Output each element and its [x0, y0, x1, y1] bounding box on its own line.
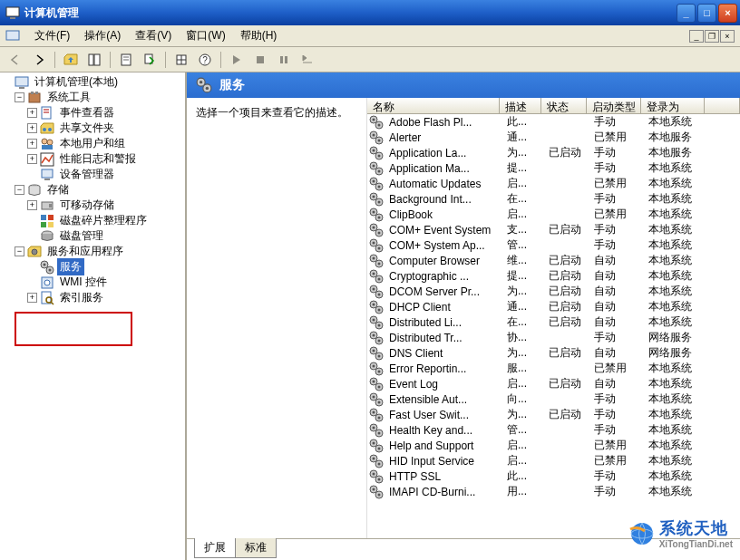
service-row[interactable]: Application La...为...已启动手动本地服务 [367, 145, 740, 160]
menu-view[interactable]: 查看(V) [128, 26, 179, 45]
service-row[interactable]: DCOM Server Pr...为...已启动自动本地系统 [367, 284, 740, 299]
cell-start: 手动 [589, 160, 643, 176]
tree-item[interactable]: +本地用户和组 [2, 136, 183, 151]
cell-desc: 启... [501, 176, 543, 191]
export-button[interactable] [140, 50, 160, 70]
service-row[interactable]: COM+ Event System支...已启动手动本地系统 [367, 222, 740, 237]
service-row[interactable]: DNS Client为...已启动自动网络服务 [367, 345, 740, 361]
tree-expander[interactable]: + [27, 200, 37, 210]
service-row[interactable]: DHCP Client通...已启动自动本地系统 [367, 299, 740, 314]
maximize-button[interactable]: □ [697, 4, 716, 23]
service-row[interactable]: Event Log启...已启动自动本地系统 [367, 376, 740, 391]
service-row[interactable]: HTTP SSL此...手动本地系统 [367, 468, 740, 484]
tree-expander[interactable]: − [15, 185, 24, 195]
svg-point-138 [378, 431, 381, 434]
services-header: 服务 [187, 72, 740, 98]
cell-name: Computer Browser [384, 255, 501, 267]
list-body[interactable]: Adobe Flash Pl...此...手动本地系统Alerter通...已禁… [367, 114, 740, 538]
tab-standard[interactable]: 标准 [235, 538, 277, 558]
cell-start: 手动 [589, 468, 643, 484]
col-status[interactable]: 状态 [541, 98, 587, 113]
cell-start: 自动 [589, 299, 643, 314]
show-hide-button[interactable] [84, 50, 104, 70]
mdi-restore[interactable]: ❐ [705, 30, 719, 43]
service-row[interactable]: COM+ System Ap...管...手动本地系统 [367, 237, 740, 253]
service-row[interactable]: Alerter通...已禁用本地服务 [367, 130, 740, 145]
tree-expander[interactable]: + [27, 293, 37, 303]
tree-item[interactable]: 计算机管理(本地) [2, 74, 183, 90]
service-row[interactable]: Automatic Updates启...已禁用本地系统 [367, 176, 740, 191]
menu-action[interactable]: 操作(A) [77, 26, 128, 45]
tree-item[interactable]: −系统工具 [2, 90, 183, 105]
properties-button[interactable] [116, 50, 136, 70]
cell-desc: 提... [501, 268, 543, 284]
refresh-button[interactable] [171, 50, 191, 70]
up-button[interactable] [61, 50, 81, 70]
cell-desc: 此... [501, 114, 543, 130]
service-row[interactable]: Computer Browser维...已启动自动本地系统 [367, 253, 740, 268]
menu-help[interactable]: 帮助(H) [233, 26, 285, 45]
mdi-close[interactable]: × [720, 30, 735, 43]
cell-start: 手动 [589, 114, 643, 130]
tree-item[interactable]: 服务 [2, 259, 183, 275]
tree-expander[interactable]: + [27, 108, 37, 118]
service-row[interactable]: HID Input Service启...已禁用本地系统 [367, 453, 740, 468]
cell-desc: 向... [501, 391, 543, 407]
svg-rect-16 [285, 56, 287, 63]
service-row[interactable]: Cryptographic ...提...已启动自动本地系统 [367, 268, 740, 284]
cell-logon: 本地系统 [643, 176, 706, 191]
cell-start: 手动 [589, 330, 643, 345]
svg-point-86 [378, 231, 381, 234]
tab-extended[interactable]: 扩展 [194, 538, 236, 558]
service-row[interactable]: ClipBook启...已禁用本地系统 [367, 207, 740, 222]
cell-start: 手动 [589, 237, 643, 253]
cell-logon: 本地系统 [643, 361, 706, 376]
tree-item[interactable]: 设备管理器 [2, 167, 183, 182]
svg-point-45 [49, 268, 52, 271]
service-row[interactable]: Distributed Li...在...已启动自动本地系统 [367, 314, 740, 330]
service-row[interactable]: Application Ma...提...手动本地系统 [367, 160, 740, 176]
tree-item[interactable]: +事件查看器 [2, 105, 183, 121]
svg-rect-37 [48, 215, 54, 220]
forward-button[interactable] [29, 50, 49, 70]
tree-expander[interactable]: + [27, 123, 37, 133]
col-logon[interactable]: 登录为 [641, 98, 705, 113]
service-icon [369, 130, 384, 145]
tree-item[interactable]: +可移动存储 [2, 198, 183, 213]
svg-rect-14 [257, 56, 264, 63]
menu-file[interactable]: 文件(F) [27, 26, 77, 45]
service-row[interactable]: IMAPI CD-Burni...用...手动本地系统 [367, 484, 740, 499]
service-row[interactable]: Health Key and...管...手动本地系统 [367, 422, 740, 438]
tree-expander[interactable]: − [15, 246, 24, 256]
tree-expander[interactable]: + [27, 139, 37, 149]
tree-expander[interactable]: − [15, 92, 24, 102]
mdi-minimize[interactable]: _ [689, 30, 704, 43]
close-button[interactable]: × [718, 4, 737, 23]
minimize-button[interactable]: _ [677, 4, 696, 23]
tree-item[interactable]: +共享文件夹 [2, 121, 183, 136]
col-desc[interactable]: 描述 [500, 98, 541, 113]
service-row[interactable]: Distributed Tr...协...手动网络服务 [367, 330, 740, 345]
tree-item[interactable]: +索引服务 [2, 290, 183, 305]
tree-item[interactable]: +性能日志和警报 [2, 151, 183, 167]
tree-item[interactable]: −存储 [2, 182, 183, 198]
apps-icon [27, 245, 42, 259]
service-row[interactable]: Background Int...在...手动本地系统 [367, 191, 740, 207]
service-row[interactable]: Fast User Swit...为...已启动手动本地系统 [367, 407, 740, 422]
tree-item[interactable]: 磁盘管理 [2, 228, 183, 244]
col-start[interactable]: 启动类型 [587, 98, 641, 113]
tree-item[interactable]: WMI 控件 [2, 275, 183, 290]
tree-item[interactable]: −服务和应用程序 [2, 244, 183, 259]
menu-window[interactable]: 窗口(W) [179, 26, 232, 45]
col-name[interactable]: 名称 [367, 98, 500, 113]
service-icon [369, 269, 384, 284]
tree-item[interactable]: 磁盘碎片整理程序 [2, 213, 183, 228]
help-button[interactable]: ? [195, 50, 215, 70]
service-row[interactable]: Help and Support启...已禁用本地系统 [367, 438, 740, 453]
pause-button [274, 50, 294, 70]
tree-expander[interactable]: + [27, 154, 37, 164]
service-row[interactable]: Extensible Aut...向...手动本地系统 [367, 391, 740, 407]
tree-pane[interactable]: 计算机管理(本地)−系统工具+事件查看器+共享文件夹+本地用户和组+性能日志和警… [0, 72, 187, 560]
service-row[interactable]: Error Reportin...服...已禁用本地系统 [367, 361, 740, 376]
service-row[interactable]: Adobe Flash Pl...此...手动本地系统 [367, 114, 740, 130]
